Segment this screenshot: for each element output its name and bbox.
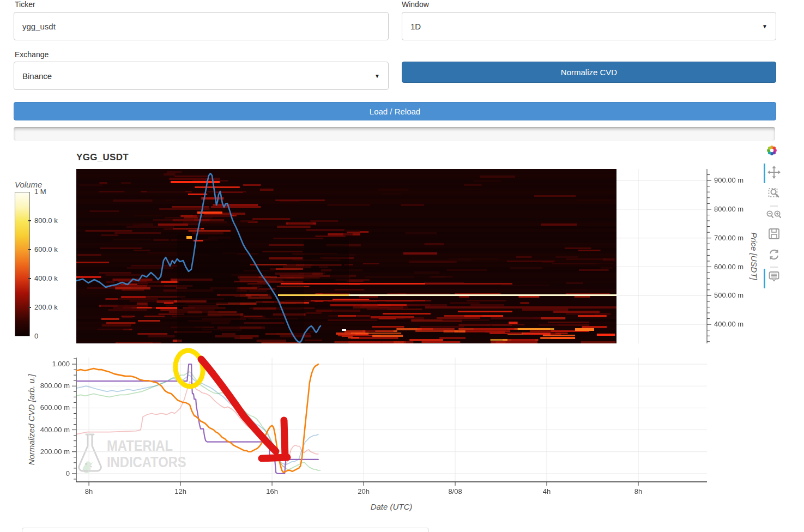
colorbar-tick-label: 0 [34,332,38,340]
price-tick-label: 900.00 m [714,176,743,184]
price-tick-label: 700.00 m [714,234,743,242]
volume-heatmap[interactable] [76,169,616,343]
hover-active-indicator [764,269,765,288]
flask-icon [75,432,105,474]
cvd-y-tick-label: 600.00 m [40,403,70,412]
colorbar-tick [28,278,31,279]
zoom-in-out-icon[interactable] [766,209,782,221]
plotly-logo-icon[interactable] [766,144,778,156]
exchange-select[interactable]: Binance ▼ [14,62,389,90]
date-tick-label: 8/08 [448,487,462,495]
annotation-arrow-head [262,457,287,458]
watermark-line2: INDICATORS [107,454,186,470]
window-select-value: 1D [410,22,421,31]
colorbar-tick-label: 600.0 k [34,245,58,253]
date-tick-label: 4h [543,487,551,495]
price-tick-label: 800.00 m [714,205,743,213]
app-root: Ticker Window 1D ▼ Exchange Binance ▼ No… [0,0,804,532]
chart-title: YGG_USDT [76,152,129,163]
colorbar-tick-label: 1 M [34,188,46,196]
toggle-hover-icon[interactable] [767,270,781,283]
colorbar-tick-label: 400.0 k [34,274,58,282]
cvd-y-tick-label: 400.00 m [40,426,70,434]
exchange-label: Exchange [15,50,49,59]
normalize-cvd-button[interactable]: Normalize CVD [402,62,776,83]
modebar-separator [770,205,778,207]
date-tick-label: 16h [266,487,278,495]
save-snapshot-icon[interactable] [767,227,781,240]
colorbar-tick-label: 800.0 k [34,216,58,225]
cvd-y-tick-label: 0 [66,469,70,477]
date-axis-title: Date (UTC) [371,502,413,511]
cvd-y-tick-label: 200.00 m [40,448,70,456]
watermark-line1: MATERIAL [107,438,186,454]
annotation-highlight-circle [173,349,205,388]
volume-colorbar [15,192,30,336]
window-select[interactable]: 1D ▼ [402,12,776,40]
price-tick-label: 500.00 m [714,291,743,299]
price-tick-label: 600.00 m [714,263,743,271]
price-axis-title: Price [USDT] [749,232,759,280]
pan-icon[interactable] [767,166,781,179]
cvd-y-tick-label: 800.00 m [40,382,70,390]
pan-active-indicator [764,164,765,183]
annotation-arrow-shaft [201,359,276,451]
price-tick-label: 400.00 m [714,320,743,328]
annotation-arrow-head [284,420,285,456]
cvd-axis-title: Normalized CVD [arb. u.] [27,374,36,466]
reset-axes-icon[interactable] [767,248,781,261]
bottom-panel [22,528,429,532]
colorbar-tick [28,249,31,250]
date-tick-label: 20h [358,487,370,495]
progress-bar [14,127,775,141]
modebar-separator [770,267,778,268]
colorbar-tick [28,220,31,221]
chevron-down-icon: ▼ [374,73,380,79]
date-tick-label: 12h [174,487,186,495]
exchange-select-value: Binance [22,71,52,81]
material-indicators-watermark: MATERIAL INDICATORS [75,432,197,474]
load-reload-button[interactable]: Load / Reload [14,102,776,120]
window-label: Window [402,0,429,9]
date-tick-label: 8h [634,487,642,495]
cvd-y-tick-label: 1.000 [52,360,70,368]
ticker-label: Ticker [15,0,35,9]
colorbar-tick-label: 200.0 k [34,303,58,311]
colorbar-tick [28,307,31,308]
ticker-input[interactable] [14,12,389,40]
box-zoom-icon[interactable] [767,186,781,199]
date-tick-label: 8h [85,487,93,495]
chevron-down-icon: ▼ [762,23,767,29]
